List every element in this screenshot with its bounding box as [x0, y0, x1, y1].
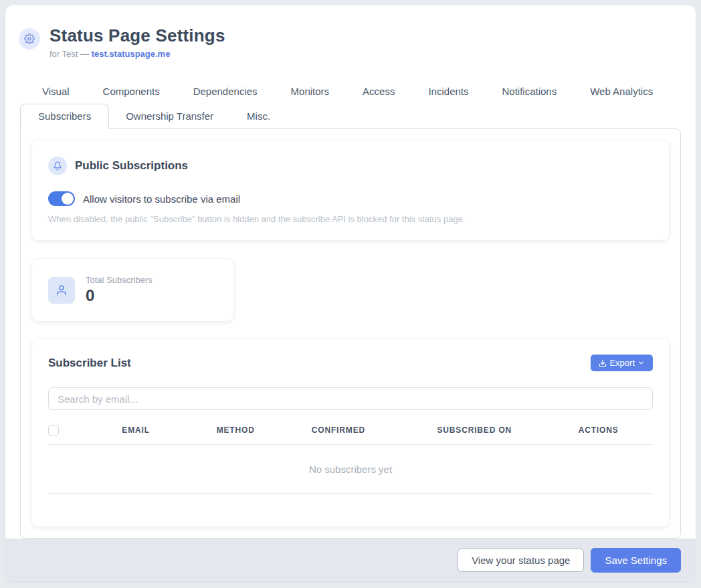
- column-header-method[interactable]: METHOD: [199, 425, 272, 435]
- status-page-settings-window: Status Page Settings for Test — test.sta…: [5, 5, 696, 581]
- tab-misc[interactable]: Misc.: [230, 104, 287, 128]
- allow-subscribe-toggle[interactable]: [48, 191, 75, 206]
- tab-components[interactable]: Components: [103, 83, 160, 100]
- toggle-knob: [62, 193, 74, 205]
- page-title: Status Page Settings: [49, 25, 225, 46]
- column-header-email[interactable]: EMAIL: [72, 425, 199, 435]
- status-page-link[interactable]: test.statuspage.me: [92, 49, 171, 59]
- column-header-subscribed-on[interactable]: SUBSCRIBED ON: [405, 425, 544, 435]
- total-subscribers-card: Total Subscribers 0: [31, 258, 234, 322]
- tab-subscribers[interactable]: Subscribers: [20, 104, 109, 129]
- chevron-down-icon: [637, 359, 645, 367]
- export-button[interactable]: Export: [591, 355, 653, 371]
- tab-visual[interactable]: Visual: [42, 83, 70, 100]
- tab-bar-secondary: Subscribers Ownership Transfer Misc.: [20, 104, 681, 128]
- gear-icon: [19, 28, 40, 50]
- subscribe-helper-text: When disabled, the public "Subscribe" bu…: [48, 214, 653, 224]
- tab-incidents[interactable]: Incidents: [428, 83, 468, 100]
- footer-action-bar: View your status page Save Settings: [5, 538, 696, 581]
- public-subscriptions-card: Public Subscriptions Allow visitors to s…: [31, 140, 670, 241]
- page-header: Status Page Settings for Test — test.sta…: [5, 5, 696, 59]
- column-header-actions[interactable]: ACTIONS: [544, 425, 653, 435]
- page-subtitle: for Test — test.statuspage.me: [49, 49, 225, 59]
- export-button-label: Export: [609, 358, 635, 368]
- subscriber-table-header: EMAIL METHOD CONFIRMED SUBSCRIBED ON ACT…: [48, 425, 653, 445]
- total-subscribers-value: 0: [86, 286, 153, 305]
- download-icon: [599, 359, 607, 367]
- tab-bar-primary: Visual Components Dependencies Monitors …: [5, 83, 696, 100]
- tab-web-analytics[interactable]: Web Analytics: [590, 83, 653, 100]
- public-subscriptions-title: Public Subscriptions: [75, 159, 188, 173]
- save-settings-button[interactable]: Save Settings: [591, 548, 681, 573]
- tab-notifications[interactable]: Notifications: [502, 83, 557, 100]
- tab-ownership-transfer[interactable]: Ownership Transfer: [109, 104, 230, 128]
- tab-access[interactable]: Access: [363, 83, 395, 100]
- empty-table-message: No subscribers yet: [48, 445, 653, 494]
- view-status-page-button[interactable]: View your status page: [458, 549, 584, 572]
- column-header-confirmed[interactable]: CONFIRMED: [272, 425, 405, 435]
- subscriber-list-card: Subscriber List Export EMAIL METHOD CONF…: [31, 338, 670, 527]
- page-subtitle-prefix: for Test —: [49, 49, 92, 59]
- user-icon: [48, 277, 75, 304]
- total-subscribers-label: Total Subscribers: [86, 275, 153, 285]
- subscribers-tab-panel: Public Subscriptions Allow visitors to s…: [20, 128, 681, 538]
- allow-subscribe-label: Allow visitors to subscribe via email: [83, 193, 240, 205]
- bell-icon: [48, 157, 67, 175]
- subscriber-list-title: Subscriber List: [48, 357, 131, 370]
- search-input[interactable]: [48, 387, 653, 410]
- select-all-checkbox[interactable]: [48, 425, 59, 435]
- tab-monitors[interactable]: Monitors: [291, 83, 330, 100]
- tab-dependencies[interactable]: Dependencies: [193, 83, 258, 100]
